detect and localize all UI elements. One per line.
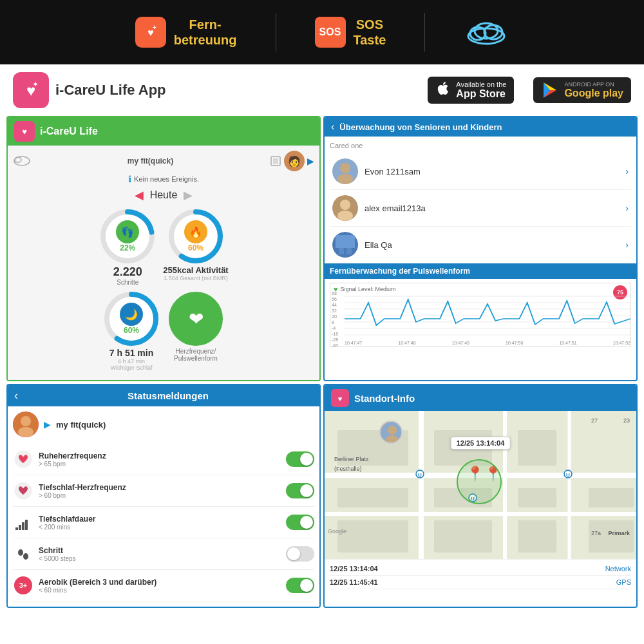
berliner-platz-label: Berliner Platz — [334, 456, 369, 462]
monitoring-title: Überwachung von Senioren und Kindern — [339, 122, 502, 132]
toggle-row-1: Tiefschlaf-Herzfrequenz > 60 bpm — [13, 475, 314, 507]
kcal-inner: 🔥 60% — [184, 220, 207, 252]
monitoring-header: ‹ Überwachung von Senioren und Kindern — [325, 117, 636, 137]
apple-badge-text: Available on the App Store — [456, 80, 506, 100]
person-row-0[interactable]: Evon 1211sam › — [330, 153, 631, 190]
svg-point-56 — [18, 549, 23, 556]
toggle-row-3: Schritt < 5000 steps — [13, 538, 314, 570]
primark-label: Primark — [608, 530, 630, 536]
svg-rect-55 — [25, 520, 28, 530]
sos-icon: SOS — [315, 17, 346, 48]
sleep-ring: 🌙 60% — [102, 290, 160, 348]
kcal-icon: 🔥 — [184, 220, 207, 243]
svg-text:U: U — [418, 472, 422, 478]
svg-rect-71 — [518, 488, 556, 507]
fitness-info-text: Kein neues Ereignis. — [134, 175, 199, 183]
toggle-switch-2[interactable] — [286, 515, 314, 530]
status-body: ▶ my fit(quick) Ruheherzfrequenz > 65 bp… — [8, 406, 319, 607]
toggle-switch-0[interactable] — [286, 451, 314, 467]
person-name-2: Ella Qa — [365, 240, 625, 250]
top-banner: ♥ + Fern-betreuung SOS SOSTaste — [0, 0, 644, 64]
steps-pct: 22% — [120, 243, 135, 252]
toggle-knob-2 — [300, 516, 313, 529]
heart-container: ❤ Herzfrequenz/ Pulswellenform — [167, 290, 225, 371]
monitoring-back-button[interactable]: ‹ — [331, 121, 334, 133]
divider-1 — [276, 13, 276, 52]
svg-rect-74 — [434, 520, 492, 553]
person-avatar-2 — [332, 232, 358, 258]
heart-label2: Pulswellenform — [174, 355, 218, 362]
circles-row-1: 👣 22% 2.220 Schritte — [13, 207, 314, 286]
map-area[interactable]: U U U • Grand father Stadtgarten Berline… — [325, 411, 636, 559]
toggle-name-0: Ruheherzfrequenz — [39, 451, 281, 460]
kcal-pct: 60% — [188, 243, 204, 252]
cloud-icon — [464, 17, 509, 48]
status-back-button[interactable]: ‹ — [14, 389, 18, 402]
toggle-switch-3[interactable] — [286, 546, 314, 562]
status-user-name: my fit(quick) — [56, 420, 106, 430]
toggle-info-3: Schritt < 5000 steps — [39, 546, 281, 562]
apple-store-badge[interactable]: Available on the App Store — [428, 77, 514, 104]
toggle-name-3: Schritt — [39, 546, 281, 555]
person-avatar-1 — [332, 195, 358, 221]
map-footer: 12/25 13:14:04 Network 12/25 11:45:41 GP… — [325, 559, 636, 592]
fitness-top-row: my fit(quick) 🧑 ▶ — [13, 151, 314, 171]
person-chevron-0: › — [625, 166, 629, 176]
next-day-button[interactable]: ▶ — [184, 188, 193, 202]
pulse-section: Fernüberwachung der Pulswellenform ♥ Sig… — [330, 263, 631, 347]
status-user-row: ▶ my fit(quick) — [13, 412, 314, 437]
deep-sleep-heart-icon — [13, 480, 33, 501]
toggle-switch-1[interactable] — [286, 483, 314, 498]
toggle-row-4: 3+ Aerobik (Bereich 3 und darüber) < 60 … — [13, 570, 314, 601]
svg-point-18 — [15, 157, 21, 162]
toggle-sub-0: > 65 bpm — [39, 460, 281, 468]
person-row-2[interactable]: Ella Qa › — [330, 227, 631, 263]
aerobic-icon: 3+ — [13, 575, 33, 596]
sleep-container: 🌙 60% 7 h 51 min 4 h 47 min Wichtiger Sc… — [102, 290, 160, 371]
number-27a-label: 27a — [591, 530, 601, 536]
person-name-0: Evon 1211sam — [365, 167, 625, 176]
svg-text:✦: ✦ — [32, 80, 39, 89]
svg-rect-68 — [518, 430, 556, 466]
toggle-name-2: Tiefschlafdauer — [39, 515, 281, 524]
steps-inner: 👣 22% — [116, 220, 139, 252]
steps-icon: 👣 — [116, 220, 139, 243]
map-entry-type-1: GPS — [616, 578, 631, 586]
steps-container: 👣 22% 2.220 Schritte — [99, 207, 156, 286]
toggle-switch-4[interactable] — [286, 578, 314, 593]
deep-sleep-duration-icon — [13, 512, 33, 533]
map-entry-time-1: 12/25 11:45:41 — [330, 578, 378, 586]
status-avatar — [13, 412, 39, 437]
map-entry-time-0: 12/25 13:14:04 — [330, 565, 378, 573]
map-entry-type-0: Network — [605, 565, 631, 573]
toggle-sub-4: < 60 mins — [39, 587, 281, 594]
toggle-info-0: Ruheherzfrequenz > 65 bpm — [39, 451, 281, 468]
heute-text: Heute — [150, 189, 178, 201]
prev-day-button[interactable]: ◀ — [135, 188, 144, 202]
map-header: ♥ Standort-Info — [325, 385, 636, 411]
fitness-panel: ♥ i-CareU Life my fit(quick) 🧑 ▶ ℹ — [6, 116, 321, 381]
info-icon: ℹ — [128, 174, 131, 184]
svg-rect-39 — [346, 248, 352, 254]
map-person-pin — [379, 421, 402, 444]
map-header-icon: ♥ — [331, 389, 349, 407]
person-row-1[interactable]: alex email1213a › — [330, 190, 631, 227]
fitness-body: my fit(quick) 🧑 ▶ ℹ Kein neues Ereignis.… — [8, 146, 319, 380]
pulse-chart: ♥ Signal Level: Medium 75 68564432208-4-… — [330, 283, 631, 347]
svg-rect-69 — [337, 488, 408, 507]
person-chevron-2: › — [625, 240, 629, 250]
circles-row-2: 🌙 60% 7 h 51 min 4 h 47 min Wichtiger Sc… — [13, 290, 314, 371]
svg-point-57 — [23, 553, 28, 560]
sleep-pct: 60% — [124, 326, 139, 335]
google-play-text: ANDROID APP ON Google play — [564, 81, 623, 99]
pulse-header: Fernüberwachung der Pulswellenform — [325, 263, 636, 279]
heute-row: ◀ Heute ▶ — [13, 188, 314, 202]
google-play-badge[interactable]: ANDROID APP ON Google play — [533, 77, 631, 103]
svg-rect-53 — [19, 525, 21, 530]
toggle-info-2: Tiefschlafdauer < 200 mins — [39, 515, 281, 531]
kcal-value: 255kcal Aktivität — [163, 265, 228, 275]
google-map-label: Google — [328, 528, 346, 535]
status-header: ‹ Statusmeldungen — [8, 385, 319, 406]
fitness-title: i-CareU Life — [40, 126, 98, 137]
kcal-ring: 🔥 60% — [167, 207, 225, 265]
